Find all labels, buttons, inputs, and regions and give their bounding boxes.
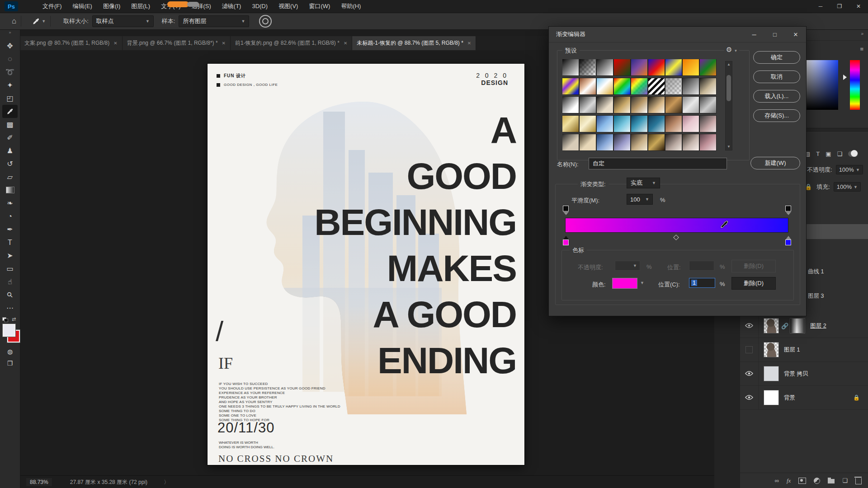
crop-tool[interactable]: ◰ xyxy=(2,92,18,105)
gradient-preset-16[interactable] xyxy=(665,78,682,94)
window-minimize-button[interactable]: ─ xyxy=(811,0,830,13)
menu-item-1[interactable]: 文件(F) xyxy=(37,0,67,13)
tab-close-icon[interactable]: ✕ xyxy=(467,41,471,46)
gradient-preset-27[interactable] xyxy=(700,97,716,113)
layer-thumbnail[interactable] xyxy=(764,390,778,405)
gradient-preset-30[interactable] xyxy=(597,116,613,132)
hue-slider[interactable] xyxy=(850,60,860,110)
current-tool-eyedropper-icon[interactable]: ▼ xyxy=(32,18,46,25)
gradient-preset-20[interactable] xyxy=(580,97,596,113)
scroll-up-icon[interactable]: ▲ xyxy=(727,61,731,68)
layer-row-3[interactable]: 背景 拷贝 xyxy=(740,362,868,386)
presets-scrollbar[interactable]: ▲ ▼ xyxy=(725,61,732,150)
stop-color-swatch[interactable] xyxy=(612,278,637,289)
visibility-well[interactable] xyxy=(740,362,759,385)
gradient-preset-40[interactable] xyxy=(614,134,630,150)
dodge-tool[interactable]: ◔ xyxy=(2,210,18,223)
layer-thumbnail[interactable] xyxy=(764,343,778,357)
gradient-preset-1[interactable] xyxy=(562,59,579,75)
gradient-preset-31[interactable] xyxy=(614,116,630,132)
pen-tool[interactable]: ✒ xyxy=(2,223,18,236)
eye-icon[interactable] xyxy=(745,394,753,401)
scroll-down-icon[interactable]: ▼ xyxy=(727,144,731,150)
layer-row-4[interactable]: 背景🔒 xyxy=(740,386,868,410)
dialog-close-button[interactable]: ✕ xyxy=(785,27,806,42)
ok-button[interactable]: 确定 xyxy=(753,51,800,64)
gradient-preset-13[interactable] xyxy=(614,78,630,94)
clone-stamp-tool[interactable]: ♟ xyxy=(2,144,18,157)
document-tab-3[interactable]: 前1-恢复的.png @ 82.6% (图层 1, RGB/8) *✕ xyxy=(231,36,352,50)
eye-icon[interactable] xyxy=(745,371,753,377)
color-stop-right[interactable] xyxy=(785,239,791,245)
visibility-well[interactable] xyxy=(740,386,759,409)
healing-brush-tool[interactable]: ▩ xyxy=(2,118,18,131)
menu-item-11[interactable]: 帮助(H) xyxy=(335,0,366,13)
gradient-name-input[interactable] xyxy=(589,158,727,169)
eye-icon[interactable] xyxy=(745,323,753,329)
gradient-type-dropdown[interactable]: 实底 ▼ xyxy=(627,178,660,188)
menu-item-8[interactable]: 3D(D) xyxy=(246,0,273,13)
visibility-well[interactable] xyxy=(740,314,759,338)
lock-artboard-icon[interactable]: ❏ xyxy=(837,150,843,157)
gradient-preset-41[interactable] xyxy=(631,134,647,150)
gradient-preset-2[interactable] xyxy=(580,59,596,75)
toolbar-collapse-icon[interactable]: » xyxy=(0,29,20,36)
gradient-preset-10[interactable] xyxy=(562,78,579,94)
gradient-preset-11[interactable] xyxy=(580,78,596,94)
gradient-preset-44[interactable] xyxy=(683,134,699,150)
load-button[interactable]: 载入(L)... xyxy=(753,90,800,103)
opacity-stop-right[interactable] xyxy=(785,206,791,211)
gradient-preset-39[interactable] xyxy=(597,134,613,150)
tab-close-icon[interactable]: ✕ xyxy=(113,41,117,46)
lock-pixels-icon[interactable]: T xyxy=(816,150,820,157)
smoothness-dropdown[interactable]: 100 ▼ xyxy=(627,194,653,205)
sampling-ring-toggle-icon[interactable] xyxy=(259,15,272,28)
menu-item-10[interactable]: 窗口(W) xyxy=(303,0,335,13)
gradient-preset-6[interactable] xyxy=(648,59,665,75)
cancel-button[interactable]: 取消 xyxy=(753,70,800,83)
layer-thumbnail[interactable] xyxy=(764,366,778,381)
path-selection-tool[interactable]: ➤ xyxy=(2,249,18,262)
gradient-preset-25[interactable] xyxy=(665,97,682,113)
tab-close-icon[interactable]: ✕ xyxy=(344,41,347,46)
sample-dropdown[interactable]: 所有图层 ▼ xyxy=(179,15,249,27)
gradient-preset-24[interactable] xyxy=(648,97,665,113)
status-chevron-icon[interactable]: 〉 xyxy=(164,479,169,486)
move-tool[interactable]: ✥ xyxy=(2,39,18,52)
menu-item-7[interactable]: 滤镜(T) xyxy=(217,0,247,13)
gradient-preset-7[interactable] xyxy=(665,59,682,75)
gradient-preset-15[interactable] xyxy=(648,78,665,94)
swap-colors-icon[interactable]: ⇄ xyxy=(12,316,16,322)
foreground-color-swatch[interactable] xyxy=(3,324,15,337)
panel-menu-icon[interactable]: ≡ xyxy=(860,46,863,52)
gradient-preset-23[interactable] xyxy=(631,97,647,113)
gradient-preset-22[interactable] xyxy=(614,97,630,113)
layer-row-layer3[interactable]: 图层 3 xyxy=(808,292,824,300)
opacity-stop-left[interactable] xyxy=(563,206,569,211)
gradient-preset-5[interactable] xyxy=(631,59,647,75)
adjustment-layer-icon[interactable] xyxy=(814,478,820,484)
gradient-preset-45[interactable] xyxy=(700,134,716,150)
home-icon[interactable]: ⌂ xyxy=(12,17,16,26)
type-tool[interactable]: T xyxy=(2,236,18,249)
document-tab-4[interactable]: 未标题-1-恢复的 @ 88.7% (图层 5, RGB/8) *✕ xyxy=(352,36,476,50)
eraser-tool[interactable]: ▱ xyxy=(2,170,18,183)
gradient-preset-43[interactable] xyxy=(665,134,682,150)
zoom-level-field[interactable]: 88.73% xyxy=(26,478,52,486)
window-close-button[interactable]: ✕ xyxy=(849,0,868,13)
gradient-preset-17[interactable] xyxy=(683,78,699,94)
layer-mask-thumbnail[interactable] xyxy=(790,319,805,333)
gradient-preset-4[interactable] xyxy=(614,59,630,75)
new-layer-icon[interactable]: ❏ xyxy=(842,477,848,484)
marquee-tool[interactable]: ◌ xyxy=(2,52,18,66)
hue-slider-arrow-icon[interactable] xyxy=(843,75,847,80)
screen-mode-button[interactable]: ❐ xyxy=(2,358,18,369)
gear-icon[interactable]: ⚙▼ xyxy=(724,46,739,54)
gradient-preset-8[interactable] xyxy=(683,59,699,75)
smudge-tool[interactable]: ❧ xyxy=(2,197,18,210)
chevron-down-icon[interactable]: ▼ xyxy=(640,281,644,285)
history-brush-tool[interactable]: ↺ xyxy=(2,157,18,170)
panel-toggle-icon[interactable] xyxy=(848,151,858,157)
visibility-well[interactable] xyxy=(740,338,759,361)
gradient-preset-33[interactable] xyxy=(648,116,665,132)
